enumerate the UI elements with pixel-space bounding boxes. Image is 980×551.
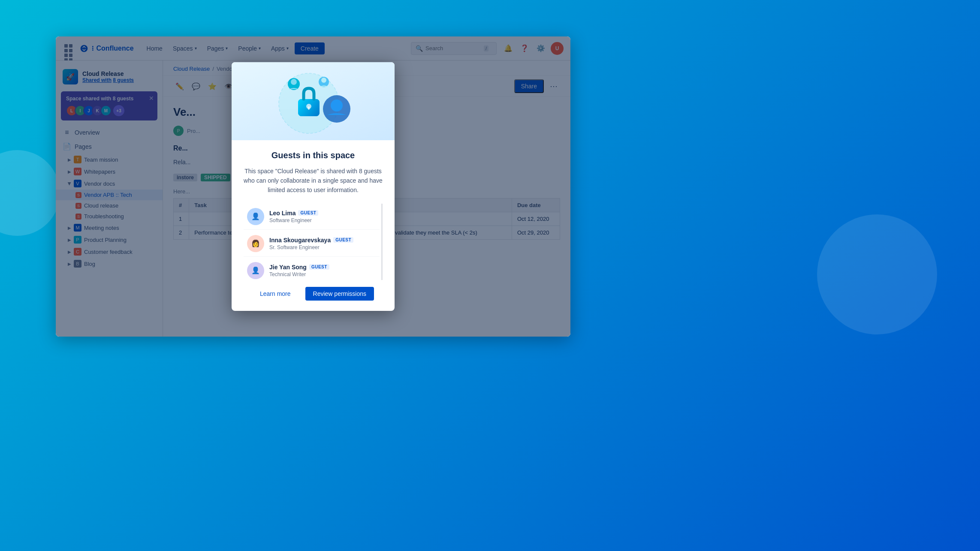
guest-role-3: Technical Writer [269, 271, 376, 277]
review-permissions-button[interactable]: Review permissions [305, 287, 374, 301]
guests-illustration [270, 63, 356, 140]
guest-info-2: Inna Skougarevskaya GUEST Sr. Software E… [269, 237, 376, 250]
modal-illustration [232, 62, 395, 140]
guest-badge-2: GUEST [333, 237, 353, 243]
svg-point-10 [331, 99, 343, 111]
guest-name-2: Inna Skougarevskaya GUEST [269, 237, 376, 244]
guest-item-3: 👤 Jie Yan Song GUEST Technical Writer [244, 258, 380, 280]
guest-list: 👤 Leo Lima GUEST Software Engineer [244, 204, 383, 280]
guests-modal: Guests in this space This space "Cloud R… [232, 62, 395, 311]
learn-more-button[interactable]: Learn more [252, 287, 299, 301]
svg-rect-4 [308, 106, 310, 110]
guest-avatar-jie: 👤 [247, 262, 264, 279]
modal-body: Guests in this space This space "Cloud R… [232, 140, 395, 280]
guest-name-1: Leo Lima GUEST [269, 210, 376, 217]
modal-overlay[interactable]: Guests in this space This space "Cloud R… [56, 36, 570, 337]
guest-badge-1: GUEST [298, 210, 318, 216]
guest-name-3: Jie Yan Song GUEST [269, 264, 376, 271]
modal-description: This space "Cloud Release" is shared wit… [244, 166, 383, 195]
guest-role-2: Sr. Software Engineer [269, 244, 376, 250]
guest-avatar-inna: 👩 [247, 235, 264, 252]
guest-item-1: 👤 Leo Lima GUEST Software Engineer [244, 204, 380, 230]
guest-avatar-leo: 👤 [247, 208, 264, 225]
guest-info-3: Jie Yan Song GUEST Technical Writer [269, 264, 376, 277]
modal-title: Guests in this space [244, 151, 383, 160]
svg-point-6 [291, 79, 297, 85]
svg-point-8 [321, 78, 326, 83]
guest-item-2: 👩 Inna Skougarevskaya GUEST Sr. Software… [244, 231, 380, 257]
guest-role-1: Software Engineer [269, 217, 376, 223]
guest-info-1: Leo Lima GUEST Software Engineer [269, 210, 376, 223]
guest-badge-3: GUEST [309, 264, 329, 270]
app-container: ⫶ Confluence Home Spaces ▾ Pages ▾ Peopl… [56, 36, 570, 337]
modal-footer: Learn more Review permissions [232, 280, 395, 311]
